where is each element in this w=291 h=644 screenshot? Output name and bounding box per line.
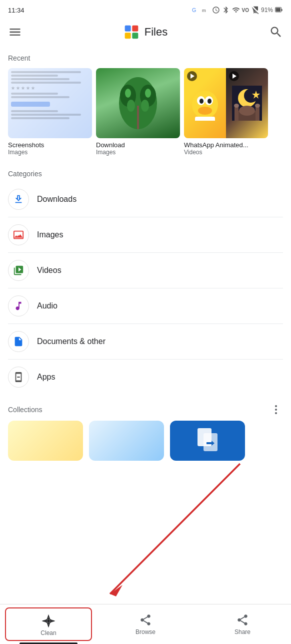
nav-share[interactable]: Share [194,604,291,644]
categories-header: Categories [0,162,291,182]
images-label: Images [37,230,63,239]
nav-share-label: Share [234,628,250,635]
search-icon[interactable] [269,25,283,39]
line9 [11,117,70,119]
svg-rect-6 [132,26,138,32]
whatsapp-name: WhatsApp Animated... [184,141,268,149]
files-logo [124,24,140,40]
downloads-icon-circle [8,189,29,210]
nav-browse-label: Browse [136,628,156,635]
share-icon [236,613,249,626]
svg-point-34 [255,104,260,108]
line4 [11,82,81,84]
star2 [16,86,20,90]
documents-label: Documents & other [37,337,106,346]
plant-svg [118,76,158,131]
dot2 [275,409,277,411]
clean-sparkle-icon [42,614,55,627]
line5 [11,93,58,95]
play-badge-mosque [229,71,239,81]
audio-icon [13,300,24,311]
screenshots-type: Images [8,149,92,156]
recent-item-screenshots[interactable]: Screenshots Images [8,68,92,156]
google-icon: G [192,6,200,14]
volte-icon: VO [242,8,249,13]
svg-point-33 [234,104,239,108]
screenshots-name: Screenshots [8,141,92,149]
apps-icon [13,372,24,383]
svg-rect-32 [256,106,260,121]
line2 [11,75,58,77]
documents-icon [13,336,24,347]
whatsapp-type: Videos [184,149,268,156]
bluetooth-icon [222,6,230,14]
svg-point-21 [200,99,204,104]
stars [11,86,89,90]
audio-icon-circle [8,295,29,316]
play-badge-homer [187,71,197,81]
collections-row [0,421,291,467]
category-documents[interactable]: Documents & other [8,324,283,360]
status-bar: 11:34 G m VO 91% [0,0,291,18]
svg-text:m: m [202,8,206,13]
videos-label: Videos [37,266,62,275]
svg-rect-3 [282,9,282,11]
line3 [11,78,70,80]
wifi-icon [232,6,240,14]
whatsapp-thumb [184,68,268,138]
svg-rect-31 [234,106,238,121]
svg-rect-7 [124,33,130,39]
recent-item-download[interactable]: Download Images [96,68,180,156]
download-name: Download [96,141,180,149]
category-videos[interactable]: Videos [8,253,283,288]
status-icons: G m VO 91% [192,6,283,14]
audio-label: Audio [37,301,58,310]
recent-grid: Screenshots Images Download Images [0,66,291,162]
screenshots-thumb [8,68,92,138]
svg-point-13 [141,100,149,112]
download-thumb [96,68,180,138]
svg-marker-39 [110,585,122,596]
svg-point-15 [145,89,151,98]
images-icon [13,229,24,240]
mosque-half [226,68,268,138]
menu-icon[interactable] [8,25,22,39]
browse-icon [139,613,152,626]
category-audio[interactable]: Audio [8,288,283,324]
app-bar: Files [0,18,291,46]
categories-list: Downloads Images Videos Audio [0,182,291,395]
nav-clean[interactable]: Clean [0,604,97,644]
star5 [31,86,35,90]
category-images[interactable]: Images [8,217,283,253]
svg-rect-8 [132,33,138,39]
bottom-spacer [0,467,291,512]
line6 [11,96,70,98]
images-icon-circle [8,224,29,245]
documents-icon-circle [8,331,29,352]
recent-item-whatsapp[interactable]: WhatsApp Animated... Videos [184,68,268,156]
line1 [11,71,81,73]
category-downloads[interactable]: Downloads [8,182,283,217]
battery-label: 91% [261,7,273,14]
svg-rect-24 [195,117,215,121]
star1 [11,86,15,90]
line7 [11,110,58,112]
svg-text:G: G [192,7,196,13]
nav-browse[interactable]: Browse [97,604,194,644]
star3 [21,86,25,90]
collection-card-2[interactable] [89,421,164,461]
collections-more-button[interactable] [269,403,283,417]
collection-card-3[interactable] [170,421,245,461]
collections-title: Collections [8,406,42,414]
svg-point-23 [198,107,212,115]
download-type: Images [96,149,180,156]
download-icon [13,194,24,205]
recent-header: Recent [0,46,291,66]
svg-point-22 [208,99,212,104]
svg-point-14 [125,89,131,98]
collection-card-1[interactable] [8,421,83,461]
svg-point-30 [239,106,255,116]
category-apps[interactable]: Apps [8,360,283,395]
screenshot-btn [11,102,50,107]
videos-icon-circle [8,260,29,281]
